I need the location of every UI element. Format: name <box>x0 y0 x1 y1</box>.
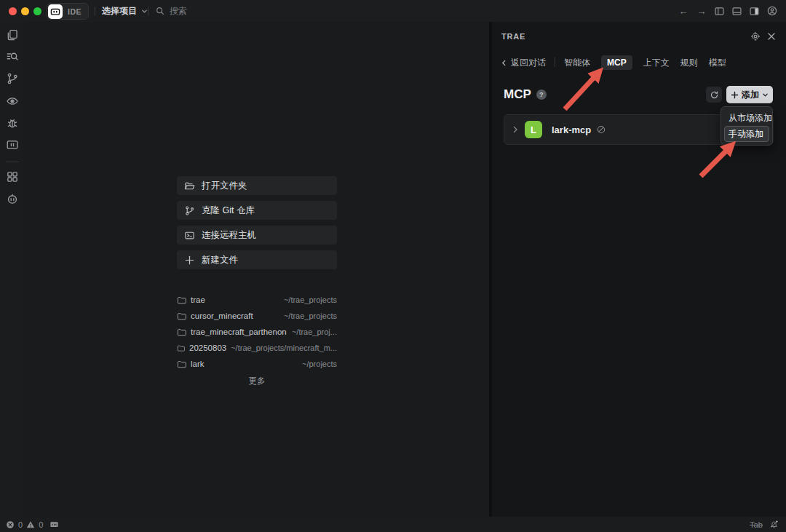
server-name: lark-mcp <box>552 124 591 135</box>
toggle-left-panel-button[interactable] <box>714 6 725 17</box>
trae-panel: TRAE 返回对话 智能体 MCP 上下文 规则 模型 MCP ? 添加 <box>492 22 786 517</box>
nav-forward-button[interactable]: → <box>696 6 707 17</box>
search-placeholder: 搜索 <box>170 5 187 17</box>
trae-logo-icon <box>48 4 63 19</box>
project-path: ~/projects <box>302 360 337 368</box>
nav-back-button[interactable]: ← <box>678 6 689 17</box>
folder-icon <box>177 360 186 369</box>
back-to-chat-link[interactable]: 返回对话 <box>501 55 546 71</box>
recent-project-row[interactable]: trae ~/trae_projects <box>177 292 337 308</box>
disabled-icon <box>596 124 606 135</box>
recent-projects-list: trae ~/trae_projects cursor_minecraft ~/… <box>177 292 337 372</box>
project-selector[interactable]: 选择项目 <box>102 0 148 22</box>
search-list-icon <box>6 50 19 63</box>
sidebar-item-ai-agent[interactable] <box>6 192 19 205</box>
folder-icon <box>177 295 186 305</box>
sidebar-item-explorer[interactable] <box>6 28 19 41</box>
tab-models[interactable]: 模型 <box>709 57 726 69</box>
new-file-button[interactable]: 新建文件 <box>177 250 337 269</box>
titlebar-divider <box>148 7 148 15</box>
sidebar-item-watch[interactable] <box>6 95 19 108</box>
app-badge-label: IDE <box>68 7 82 16</box>
git-branch-icon <box>6 72 19 85</box>
refresh-button[interactable] <box>706 87 722 103</box>
activity-bar <box>0 22 25 517</box>
robot-icon <box>6 192 19 205</box>
app-badge[interactable]: IDE <box>47 3 89 20</box>
project-path: ~/trae_projects <box>284 311 337 320</box>
welcome-screen: 打开文件夹 克隆 Git 仓库 连接远程主机 新建文件 trae ~/trae_… <box>25 22 489 517</box>
menu-item-add-manually[interactable]: 手动添加 <box>724 126 769 142</box>
back-label: 返回对话 <box>511 57 546 69</box>
sidebar-item-search[interactable] <box>6 50 19 63</box>
traffic-light-close-button[interactable] <box>9 7 17 15</box>
recent-project-row[interactable]: trae_minecraft_parthenon ~/trae_proj... <box>177 324 337 340</box>
titlebar-divider <box>95 7 95 15</box>
project-path: ~/trae_projects <box>284 295 337 304</box>
traffic-light-zoom-button[interactable] <box>33 7 41 15</box>
bug-icon <box>6 116 19 130</box>
add-button[interactable]: 添加 <box>726 86 773 103</box>
more-link[interactable]: 更多 <box>177 376 337 386</box>
close-panel-button[interactable] <box>767 32 776 41</box>
tab-rules[interactable]: 规则 <box>680 57 698 69</box>
recent-project-row[interactable]: lark ~/projects <box>177 356 337 372</box>
help-icon[interactable]: ? <box>536 90 547 100</box>
clone-git-repo-label: 克隆 Git 仓库 <box>202 205 255 217</box>
window-controls: ← → <box>678 0 786 22</box>
project-name: cursor_minecraft <box>191 311 253 320</box>
folder-open-icon <box>184 180 195 191</box>
global-search[interactable]: 搜索 <box>156 0 187 22</box>
sidebar-item-debug[interactable] <box>6 116 19 130</box>
panel-title: TRAE <box>501 32 525 41</box>
project-name: lark <box>191 360 205 368</box>
settings-gear-button[interactable] <box>750 31 761 41</box>
plus-icon <box>731 91 739 99</box>
trae-ide-window: IDE 选择项目 搜索 ← → <box>0 0 786 532</box>
sidebar-item-source-control[interactable] <box>6 72 19 85</box>
warning-count: 0 <box>39 520 43 529</box>
recent-project-row[interactable]: cursor_minecraft ~/trae_projects <box>177 308 337 324</box>
folder-icon <box>177 327 186 337</box>
tab-row-divider <box>555 57 555 67</box>
status-bar: 0 0 Tab <box>0 517 786 532</box>
tab-context[interactable]: 上下文 <box>643 57 670 69</box>
sidebar-item-extensions[interactable] <box>6 170 19 183</box>
project-name: trae <box>191 295 205 304</box>
close-icon <box>767 32 776 41</box>
git-branch-icon <box>184 205 195 216</box>
expand-chevron-icon[interactable] <box>512 126 519 133</box>
traffic-light-minimize-button[interactable] <box>21 7 29 15</box>
tab-completion-toggle[interactable]: Tab <box>750 520 763 529</box>
terminal-window-icon <box>6 138 19 151</box>
chevron-down-icon <box>762 92 769 98</box>
ports-icon <box>49 520 59 529</box>
error-icon <box>6 520 15 529</box>
account-icon[interactable] <box>766 5 778 17</box>
toggle-bottom-panel-button[interactable] <box>731 6 742 17</box>
connect-remote-host-label: 连接远程主机 <box>202 229 256 242</box>
recent-project-row[interactable]: 20250803 ~/trae_projects/minecraft_m... <box>177 340 337 356</box>
error-count: 0 <box>18 520 23 529</box>
sidebar-item-preview[interactable] <box>6 138 19 151</box>
toggle-right-panel-button[interactable] <box>749 6 760 17</box>
search-icon <box>156 7 164 15</box>
project-path: ~/trae_projects/minecraft_m... <box>231 344 337 352</box>
clone-git-repo-button[interactable]: 克隆 Git 仓库 <box>177 201 337 220</box>
connect-remote-host-button[interactable]: 连接远程主机 <box>177 226 337 245</box>
tab-agents[interactable]: 智能体 <box>564 57 590 69</box>
open-folder-button[interactable]: 打开文件夹 <box>177 176 337 195</box>
grid-icon <box>6 170 19 183</box>
panel-tabs: 智能体 MCP 上下文 规则 模型 <box>564 55 726 71</box>
mcp-section-header: MCP ? <box>504 87 547 102</box>
problems-indicator[interactable]: 0 0 <box>0 520 59 529</box>
folder-icon <box>177 311 186 321</box>
add-dropdown-menu: 从市场添加 手动添加 <box>720 106 773 146</box>
eye-icon <box>6 95 19 108</box>
tab-mcp[interactable]: MCP <box>601 55 632 70</box>
titlebar: IDE 选择项目 搜索 ← → <box>0 0 786 22</box>
menu-item-add-from-market[interactable]: 从市场添加 <box>724 110 769 126</box>
bell-muted-icon[interactable] <box>769 520 779 529</box>
remote-host-icon <box>184 230 195 241</box>
warning-icon <box>26 520 35 529</box>
